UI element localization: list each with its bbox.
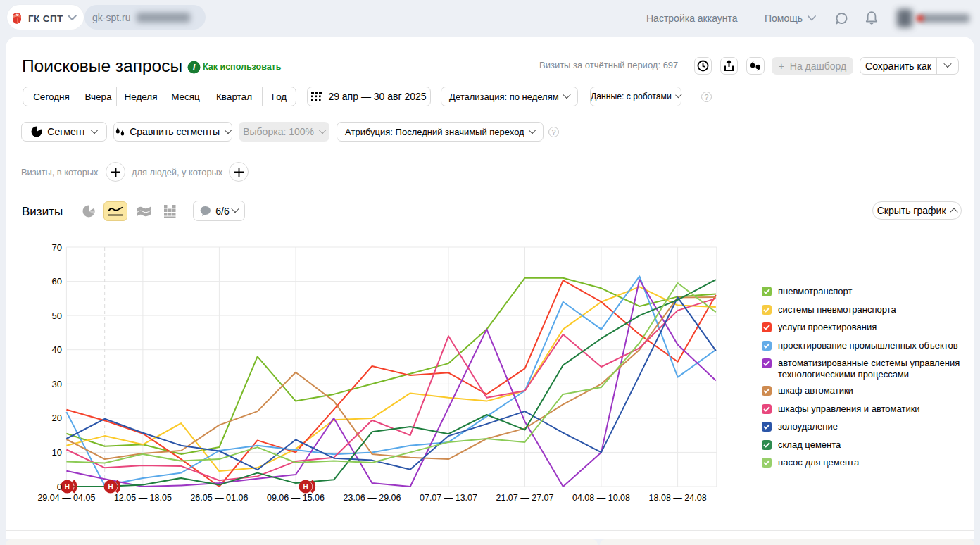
svg-text:07.07 — 13.07: 07.07 — 13.07	[420, 493, 477, 503]
svg-text:70: 70	[52, 242, 62, 253]
svg-text:30: 30	[52, 379, 62, 389]
svg-text:0: 0	[57, 482, 62, 492]
svg-text:60: 60	[52, 276, 62, 287]
svg-text:23.06 — 29.06: 23.06 — 29.06	[343, 493, 401, 503]
svg-text:21.07 — 27.07: 21.07 — 27.07	[496, 493, 553, 503]
svg-text:Н: Н	[65, 483, 70, 491]
svg-text:26.05 — 01.06: 26.05 — 01.06	[190, 493, 248, 503]
svg-text:20: 20	[52, 413, 62, 423]
svg-text:Н: Н	[303, 483, 308, 491]
svg-text:Н: Н	[108, 483, 113, 491]
svg-text:50: 50	[52, 311, 62, 321]
svg-text:18.08 — 24.08: 18.08 — 24.08	[649, 493, 707, 503]
svg-text:29.04 — 04.05: 29.04 — 04.05	[37, 493, 95, 503]
svg-text:09.06 — 15.06: 09.06 — 15.06	[267, 493, 325, 503]
svg-text:12.05 — 18.05: 12.05 — 18.05	[114, 493, 172, 503]
svg-text:i: i	[193, 62, 196, 73]
svg-text:10: 10	[52, 447, 62, 458]
svg-text:40: 40	[52, 344, 62, 355]
svg-text:04.08 — 10.08: 04.08 — 10.08	[572, 493, 630, 503]
